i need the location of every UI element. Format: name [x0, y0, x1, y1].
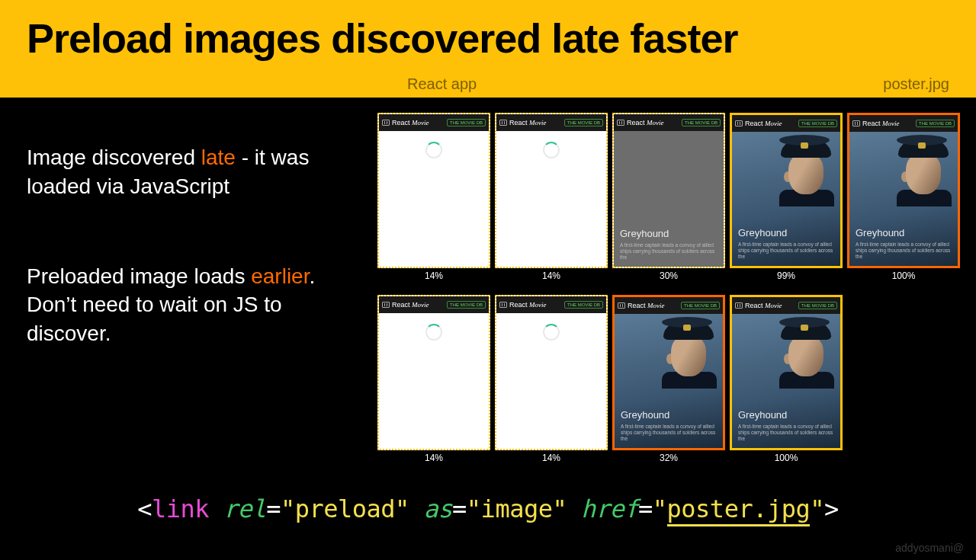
mini-app-title: React Movie [392, 301, 429, 309]
mini-app-bar: React Movie THE MOVIE DB [732, 297, 840, 314]
code-val-href-text: poster.jpg [667, 494, 811, 526]
filmstrip-frame: React Movie THE MOVIE DB Greyhound A fir… [612, 113, 725, 281]
frame-box: React Movie THE MOVIE DB Greyhound A fir… [612, 113, 725, 268]
mini-app-badge: THE MOVIE DB [564, 301, 603, 309]
film-icon [382, 120, 390, 126]
frame-box: React Movie THE MOVIE DB Greyhound A fir… [612, 295, 725, 450]
frame-box: React Movie THE MOVIE DB Greyhound A fir… [847, 113, 960, 268]
code-val-rel: "preload" [281, 494, 409, 523]
frame-percent: 100% [892, 270, 916, 281]
film-icon [499, 302, 507, 308]
poster-title: Greyhound [856, 227, 952, 238]
frame-box: React Movie THE MOVIE DB [377, 295, 490, 450]
frame-box: React Movie THE MOVIE DB [495, 113, 608, 268]
film-icon [499, 120, 507, 126]
frame-percent: 100% [775, 453, 798, 463]
film-icon [735, 302, 743, 309]
poster-subtitle: A first-time captain leads a convoy of a… [738, 242, 834, 260]
frame-percent: 99% [777, 270, 795, 281]
filmstrip-frame: React Movie THE MOVIE DB 14% [377, 113, 490, 281]
loading-body [496, 313, 606, 449]
loading-body [379, 313, 489, 449]
placeholder-body: Greyhound A first-time captain leads a c… [614, 131, 724, 267]
film-icon [735, 120, 743, 126]
film-icon [852, 120, 860, 126]
filmstrip-frame: React Movie THE MOVIE DB 14% [495, 113, 608, 281]
poster-figure [779, 320, 833, 385]
loading-body [496, 131, 606, 267]
mini-app-bar: React Movie THE MOVIE DB [379, 114, 489, 131]
desc1-pre: Image discovered [27, 146, 201, 169]
code-eq2: = [452, 494, 467, 523]
frame-box: React Movie THE MOVIE DB Greyhound A fir… [730, 113, 843, 268]
filmstrip-row: React Movie THE MOVIE DB 14% React Movie… [377, 295, 967, 463]
mini-app-bar: React Movie THE MOVIE DB [496, 114, 606, 131]
spinner-icon [543, 142, 560, 158]
mini-app-title: React Movie [627, 119, 664, 126]
frame-percent: 30% [660, 270, 678, 281]
poster-figure [779, 138, 833, 203]
frame-percent: 32% [660, 453, 678, 463]
mini-app-bar: React Movie THE MOVIE DB [379, 296, 489, 313]
poster-title: Greyhound [738, 409, 834, 421]
code-val-href-open: " [653, 494, 667, 523]
code-eq1: = [266, 494, 281, 523]
mini-app-badge: THE MOVIE DB [798, 302, 837, 309]
filmstrip-frame: React Movie THE MOVIE DB Greyhound A fir… [730, 113, 843, 281]
mini-app-title: React Movie [862, 120, 900, 127]
film-icon [617, 120, 624, 126]
filmstrip-frame: React Movie THE MOVIE DB Greyhound A fir… [847, 113, 960, 281]
poster-subtitle: A first-time captain leads a convoy of a… [620, 242, 718, 261]
mini-app-badge: THE MOVIE DB [564, 119, 603, 126]
film-icon [382, 302, 390, 308]
mini-app-title: React Movie [509, 119, 547, 126]
descriptions-column: Image discovered late - it was loaded vi… [27, 113, 355, 477]
spinner-icon [543, 324, 560, 341]
author-credit: addyosmani@ [895, 542, 964, 554]
poster-subtitle: A first-time captain leads a convoy of a… [856, 242, 952, 260]
mini-app-title: React Movie [745, 302, 782, 309]
mini-app-badge: THE MOVIE DB [681, 302, 720, 309]
poster-figure [897, 138, 950, 203]
frame-percent: 14% [425, 453, 443, 463]
mini-app-badge: THE MOVIE DB [447, 119, 486, 126]
poster-title: Greyhound [620, 228, 718, 239]
slide-title: Preload images discovered late faster [27, 17, 949, 60]
film-icon [618, 302, 625, 309]
poster-subtitle: A first-time captain leads a convoy of a… [621, 424, 717, 442]
description-row-2: Preloaded image loads earlier. Don’t nee… [27, 262, 355, 348]
mini-app-title: React Movie [628, 302, 665, 309]
desc2-highlight: earlier [251, 264, 309, 288]
mini-app-badge: THE MOVIE DB [447, 301, 486, 309]
header-label-left: React app [407, 75, 477, 93]
header-label-right: poster.jpg [883, 75, 949, 93]
desc2-pre: Preloaded image loads [27, 264, 251, 288]
code-gt: > [824, 494, 839, 523]
poster-subtitle: A first-time captain leads a convoy of a… [738, 424, 834, 442]
frame-percent: 14% [542, 270, 560, 281]
mini-app-bar: React Movie THE MOVIE DB [614, 114, 724, 131]
code-attr-href: href [581, 494, 638, 523]
code-lt: < [137, 494, 152, 523]
desc1-highlight: late [201, 146, 236, 169]
poster-body: Greyhound A first-time captain leads a c… [849, 132, 958, 266]
code-attr-as: as [424, 494, 453, 523]
poster-body: Greyhound A first-time captain leads a c… [732, 314, 840, 448]
mini-app-title: React Movie [392, 119, 429, 126]
code-eq3: = [638, 494, 653, 523]
mini-app-title: React Movie [745, 120, 782, 127]
spinner-icon [425, 142, 442, 158]
poster-title: Greyhound [621, 409, 717, 421]
filmstrip-frame: React Movie THE MOVIE DB Greyhound A fir… [730, 295, 843, 463]
mini-app-badge: THE MOVIE DB [798, 120, 837, 127]
filmstrip-column: React Movie THE MOVIE DB 14% React Movie… [377, 113, 967, 477]
filmstrip-frame: React Movie THE MOVIE DB 14% [377, 295, 490, 463]
filmstrip-frame: React Movie THE MOVIE DB 14% [495, 295, 608, 463]
filmstrip-frame: React Movie THE MOVIE DB Greyhound A fir… [612, 295, 725, 463]
poster-body: Greyhound A first-time captain leads a c… [615, 314, 723, 448]
code-val-as: "image" [467, 494, 567, 523]
code-tag: link [152, 494, 209, 523]
poster-figure [662, 320, 715, 385]
mini-app-bar: React Movie THE MOVIE DB [732, 115, 840, 132]
mini-app-title: React Movie [509, 301, 547, 309]
